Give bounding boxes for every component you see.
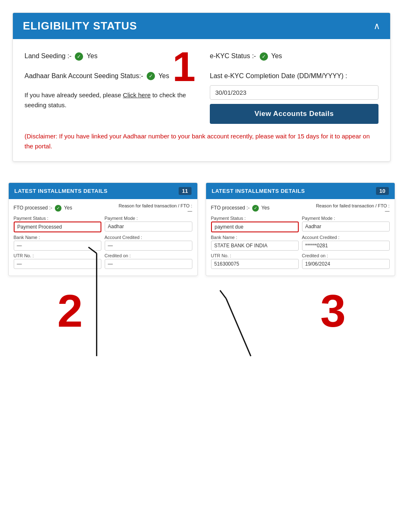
eligibility-title: ELIGIBILITY STATUS: [23, 20, 137, 32]
bank-row-right: Bank Name : STATE BANK OF INDIA Account …: [211, 235, 390, 251]
installment-right-body: FTO processed :- ✓ Yes Reason for failed…: [206, 199, 395, 276]
account-credited-field-left: Account Credited : —: [105, 235, 192, 251]
ekyc-check-icon: ✓: [260, 52, 268, 61]
installment-right-title: LATEST INSTALLMENTS DETAILS: [212, 188, 305, 194]
account-credited-value-right: ******0281: [302, 241, 390, 251]
aadhaar-bank-check-icon: ✓: [147, 72, 155, 80]
bank-name-value-left: —: [14, 241, 101, 251]
eligibility-card: ELIGIBILITY STATUS ∧ Land Seeding :- ✓ Y…: [12, 12, 391, 162]
credited-on-field-right: Credited on : 19/06/2024: [302, 253, 390, 269]
installment-left-header: LATEST INSTALLMENTS DETAILS 11: [9, 183, 197, 199]
payment-status-row-right: Payment Status : payment due Payment Mod…: [211, 216, 390, 232]
utr-row-right: UTR No. : 516300075 Credited on : 19/06/…: [211, 253, 390, 269]
annotation-number-2: 2: [57, 284, 83, 337]
installment-right-badge: 10: [376, 187, 388, 195]
account-credited-value-left: —: [105, 241, 192, 251]
payment-mode-field-right: Payment Mode : Aadhar: [302, 216, 390, 232]
ekyc-item: e-KYC Status :- ✓ Yes: [210, 49, 378, 63]
payment-mode-value-left: Aadhar: [105, 222, 192, 232]
eligibility-right-col: e-KYC Status :- ✓ Yes Last e-KYC Complet…: [210, 49, 378, 124]
payment-mode-label-right: Payment Mode :: [302, 216, 390, 221]
seeding-info: If you have already seeded, please Click…: [25, 89, 193, 112]
fto-label-right: FTO processed :- ✓ Yes: [211, 205, 270, 212]
payment-status-value-right: payment due: [211, 222, 299, 232]
utr-field-left: UTR No. : —: [14, 253, 101, 269]
bank-name-value-right: STATE BANK OF INDIA: [211, 241, 299, 251]
credited-on-value-right: 19/06/2024: [302, 259, 390, 269]
payment-status-row-left: Payment Status : Payment Processed Payme…: [14, 216, 192, 232]
account-credited-field-right: Account Credited : ******0281: [302, 235, 390, 251]
annotation-number-3: 3: [320, 284, 346, 337]
utr-label-right: UTR No. :: [211, 253, 299, 258]
credited-on-label-left: Credited on :: [105, 253, 192, 258]
fto-check-left: ✓: [55, 205, 61, 212]
utr-field-right: UTR No. : 516300075: [211, 253, 299, 269]
utr-value-left: —: [14, 259, 101, 269]
payment-mode-value-right: Aadhar: [302, 222, 390, 232]
last-ekyc-item: Last e-KYC Completion Date (DD/MM/YYYY) …: [210, 69, 378, 83]
fto-check-right: ✓: [252, 205, 259, 212]
eligibility-left-col: Land Seeding :- ✓ Yes Aadhaar Bank Accou…: [25, 49, 193, 124]
utr-row-left: UTR No. : — Credited on : —: [14, 253, 192, 269]
credited-on-label-right: Credited on :: [302, 253, 390, 258]
fto-row-right: FTO processed :- ✓ Yes Reason for failed…: [211, 203, 390, 213]
installment-card-right: LATEST INSTALLMENTS DETAILS 10 FTO proce…: [206, 182, 395, 276]
installments-section: LATEST INSTALLMENTS DETAILS 11 FTO proce…: [0, 182, 403, 276]
installment-right-header: LATEST INSTALLMENTS DETAILS 10: [206, 183, 395, 199]
fto-reason-right: Reason for failed transaction / FTO : —: [316, 203, 389, 213]
eligibility-grid: Land Seeding :- ✓ Yes Aadhaar Bank Accou…: [25, 49, 378, 124]
credited-on-value-left: —: [105, 259, 192, 269]
account-credited-label-left: Account Credited :: [105, 235, 192, 240]
payment-status-label-left: Payment Status :: [14, 216, 101, 221]
click-here-link[interactable]: Click here: [123, 91, 151, 99]
installment-left-body: FTO processed :- ✓ Yes Reason for failed…: [9, 199, 197, 276]
installment-left-title: LATEST INSTALLMENTS DETAILS: [15, 188, 108, 194]
disclaimer-text: (Disclaimer: If you have linked your Aad…: [25, 131, 378, 151]
payment-mode-field-left: Payment Mode : Aadhar: [105, 216, 192, 232]
fto-reason-left: Reason for failed transaction / FTO : —: [118, 203, 192, 213]
annotation-number-1: 1: [172, 46, 196, 87]
chevron-up-icon[interactable]: ∧: [374, 21, 380, 32]
payment-mode-label-left: Payment Mode :: [105, 216, 192, 221]
installment-card-left: LATEST INSTALLMENTS DETAILS 11 FTO proce…: [8, 182, 198, 276]
installment-left-badge: 11: [179, 187, 191, 195]
utr-label-left: UTR No. :: [14, 253, 101, 258]
payment-status-field-left: Payment Status : Payment Processed: [14, 216, 101, 232]
aadhaar-bank-item: Aadhaar Bank Account Seeding Status:- ✓ …: [25, 69, 193, 83]
bank-name-label-left: Bank Name :: [14, 235, 101, 240]
view-accounts-button[interactable]: View Accounts Details: [210, 104, 378, 124]
payment-status-value-left: Payment Processed: [14, 222, 101, 232]
bank-name-label-right: Bank Name :: [211, 235, 299, 240]
bank-name-field-right: Bank Name : STATE BANK OF INDIA: [211, 235, 299, 251]
eligibility-header: ELIGIBILITY STATUS ∧: [13, 13, 390, 39]
fto-row-left: FTO processed :- ✓ Yes Reason for failed…: [14, 203, 192, 213]
land-seeding-item: Land Seeding :- ✓ Yes: [25, 49, 193, 63]
eligibility-body: Land Seeding :- ✓ Yes Aadhaar Bank Accou…: [13, 39, 390, 161]
bank-row-left: Bank Name : — Account Credited : —: [14, 235, 192, 251]
ekyc-date-box: 30/01/2023: [210, 85, 378, 100]
utr-value-right: 516300075: [211, 259, 299, 269]
installments-row: LATEST INSTALLMENTS DETAILS 11 FTO proce…: [4, 182, 399, 276]
bank-name-field-left: Bank Name : —: [14, 235, 101, 251]
fto-label-left: FTO processed :- ✓ Yes: [14, 205, 72, 212]
payment-status-label-right: Payment Status :: [211, 216, 299, 221]
bottom-annotations: 2 3: [0, 284, 403, 337]
land-seeding-check-icon: ✓: [75, 52, 83, 61]
payment-status-field-right: Payment Status : payment due: [211, 216, 299, 232]
credited-on-field-left: Credited on : —: [105, 253, 192, 269]
account-credited-label-right: Account Credited :: [302, 235, 390, 240]
